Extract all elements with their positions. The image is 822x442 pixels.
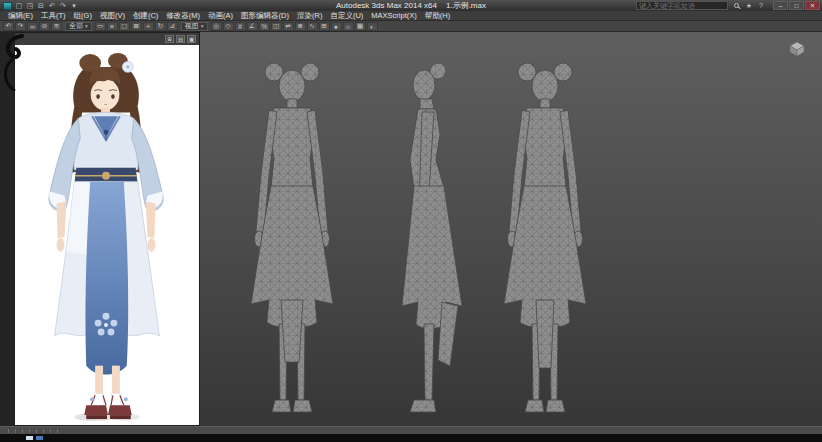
window-crossing-icon[interactable]: ⊠ <box>131 22 142 31</box>
taskbar-item[interactable] <box>26 436 33 440</box>
track-tick <box>29 429 30 433</box>
align-icon[interactable]: ⇌ <box>283 22 294 31</box>
menu-item[interactable]: 图形编辑器(D) <box>237 11 293 20</box>
selection-filter-label: 全部 <box>69 21 83 31</box>
taskbar-item[interactable] <box>36 436 43 440</box>
track-tick <box>43 429 44 433</box>
use-pivot-center-icon[interactable]: ◎ <box>211 22 222 31</box>
menu-item[interactable]: 自定义(U) <box>326 11 367 20</box>
render-production-icon[interactable]: ◐ <box>367 22 378 31</box>
expand-panel-icon[interactable]: ▣ <box>187 35 196 43</box>
menu-item[interactable]: 帮助(H) <box>421 11 454 20</box>
close-button[interactable]: ✕ <box>805 1 820 10</box>
quick-access-toolbar: ▢◳⊟↶↷▾ <box>14 1 79 10</box>
tile-view-icon[interactable]: ▤ <box>176 35 185 43</box>
undo-icon[interactable]: ↶ <box>47 1 57 10</box>
select-and-link-icon[interactable]: ∞ <box>27 22 38 31</box>
toolbar-group-selection: ▭≡▢⊠+↻⊿ <box>95 22 178 31</box>
schematic-view-icon[interactable]: ⊞ <box>319 22 330 31</box>
rendered-frame-icon[interactable]: ▦ <box>355 22 366 31</box>
bind-to-space-warp-icon[interactable]: ≋ <box>51 22 62 31</box>
track-tick <box>22 429 23 433</box>
select-and-scale-icon[interactable]: ⊿ <box>167 22 178 31</box>
rectangular-selection-icon[interactable]: ▢ <box>119 22 130 31</box>
mirror-icon[interactable]: ◫ <box>271 22 282 31</box>
infocenter-search-input[interactable] <box>636 1 728 10</box>
menu-item[interactable]: 动画(A) <box>204 11 237 20</box>
percent-snap-icon[interactable]: % <box>259 22 270 31</box>
character-front-wireframe[interactable] <box>225 56 360 421</box>
status-bar <box>0 434 822 442</box>
left-strip <box>0 32 14 426</box>
save-file-icon[interactable]: ⊟ <box>36 1 46 10</box>
reference-panel-body <box>15 45 199 425</box>
app-title-text: Autodesk 3ds Max 2014 x64 <box>336 1 437 10</box>
track-tick <box>57 429 58 433</box>
menu-item[interactable]: 视图(V) <box>96 11 129 20</box>
title-bar: ▢◳⊟↶↷▾ Autodesk 3ds Max 2014 x64 1.示例.ma… <box>0 0 822 11</box>
perspective-viewport[interactable] <box>200 32 822 426</box>
menu-item[interactable]: 组(G) <box>70 11 96 20</box>
window-controls: –□✕ <box>773 1 820 10</box>
project-folder-icon[interactable]: ▾ <box>69 1 79 10</box>
selection-filter-dropdown[interactable]: 全部 ▾ <box>65 22 92 31</box>
render-setup-icon[interactable]: ☼ <box>343 22 354 31</box>
main-toolbar: ↶↷∞⊘≋ 全部 ▾ ▭≡▢⊠+↻⊿ 视图 ▾ ◎◇#∠%◫⇌≣∿⊞●☼▦◐ <box>0 21 822 32</box>
select-by-name-icon[interactable]: ≡ <box>107 22 118 31</box>
menu-item[interactable]: MAXScript(X) <box>367 11 420 20</box>
track-tick <box>50 429 51 433</box>
snaps-toggle-icon[interactable]: # <box>235 22 246 31</box>
help-icon[interactable]: ? <box>756 1 766 10</box>
select-object-icon[interactable]: ▭ <box>95 22 106 31</box>
3ds-max-window: ▢◳⊟↶↷▾ Autodesk 3ds Max 2014 x64 1.示例.ma… <box>0 0 822 442</box>
track-tick <box>8 429 9 433</box>
redo-icon[interactable]: ↷ <box>15 22 26 31</box>
new-file-icon[interactable]: ▢ <box>14 1 24 10</box>
decorative-ornament <box>0 32 24 96</box>
character-back-wireframe[interactable] <box>478 56 613 421</box>
star-favorites-icon[interactable]: ★ <box>744 1 754 10</box>
character-side-wireframe[interactable] <box>390 56 470 421</box>
unlink-selection-icon[interactable]: ⊘ <box>39 22 50 31</box>
chevron-down-icon: ▾ <box>201 23 204 29</box>
maximize-button[interactable]: □ <box>789 1 804 10</box>
select-and-move-icon[interactable]: + <box>143 22 154 31</box>
document-name: 1.示例.max <box>446 0 486 11</box>
open-file-icon[interactable]: ◳ <box>25 1 35 10</box>
window-title: Autodesk 3ds Max 2014 x64 1.示例.max <box>336 0 486 11</box>
reference-image-panel[interactable]: ⊞▤▣ <box>14 32 200 426</box>
reference-panel-header: ⊞▤▣ <box>15 33 199 45</box>
menu-item[interactable]: 工具(T) <box>37 11 70 20</box>
select-and-rotate-icon[interactable]: ↻ <box>155 22 166 31</box>
menu-item[interactable]: 修改器(M) <box>162 11 204 20</box>
material-editor-icon[interactable]: ● <box>331 22 342 31</box>
search-icon[interactable] <box>731 1 741 10</box>
track-tick <box>15 429 16 433</box>
menu-bar: 编辑(E)工具(T)组(G)视图(V)创建(C)修改器(M)动画(A)图形编辑器… <box>0 11 822 21</box>
toolbar-group-history: ↶↷∞⊘≋ <box>3 22 62 31</box>
minimize-button[interactable]: – <box>773 1 788 10</box>
viewcube[interactable] <box>786 40 808 58</box>
infocenter: ★? <box>636 1 766 10</box>
reference-concept-art <box>15 45 199 425</box>
curve-editor-icon[interactable]: ∿ <box>307 22 318 31</box>
work-area: ⊞▤▣ <box>0 32 822 426</box>
reference-coordinate-label: 视图 <box>185 21 199 31</box>
magnifier-icon <box>734 3 739 8</box>
undo-icon[interactable]: ↶ <box>3 22 14 31</box>
menu-item[interactable]: 渲染(R) <box>293 11 326 20</box>
menu-item[interactable]: 编辑(E) <box>4 11 37 20</box>
menu-item[interactable]: 创建(C) <box>129 11 162 20</box>
reference-coordinate-dropdown[interactable]: 视图 ▾ <box>181 22 208 31</box>
select-and-manipulate-icon[interactable]: ◇ <box>223 22 234 31</box>
chevron-down-icon: ▾ <box>85 23 88 29</box>
infocenter-icons: ★? <box>744 1 766 10</box>
toolbar-group-tools: ◎◇#∠%◫⇌≣∿⊞●☼▦◐ <box>211 22 378 31</box>
angle-snap-icon[interactable]: ∠ <box>247 22 258 31</box>
dock-layout-icon[interactable]: ⊞ <box>165 35 174 43</box>
app-icon[interactable] <box>3 2 12 10</box>
track-tick <box>36 429 37 433</box>
track-bar[interactable] <box>0 426 822 434</box>
layer-manager-icon[interactable]: ≣ <box>295 22 306 31</box>
redo-icon[interactable]: ↷ <box>58 1 68 10</box>
